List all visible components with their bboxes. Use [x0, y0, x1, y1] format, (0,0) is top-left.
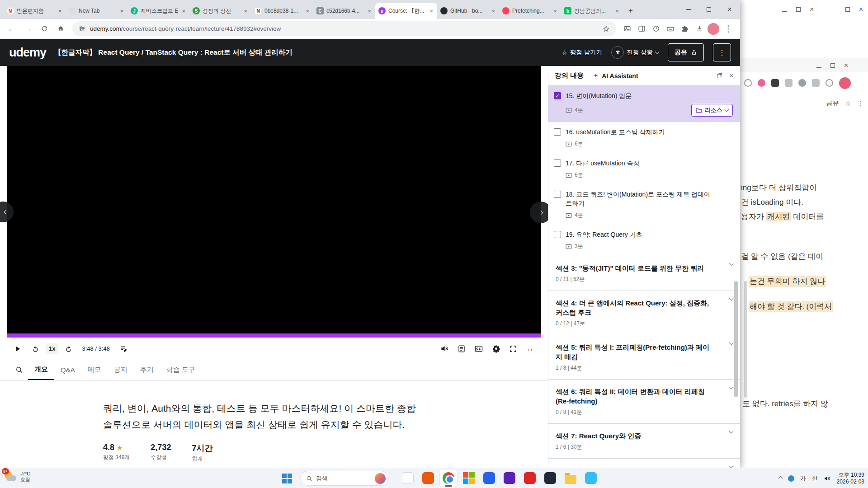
captions-button[interactable] — [471, 341, 487, 357]
back-button[interactable]: ← — [5, 22, 19, 36]
taskbar-clock[interactable]: 오후 10:39 2026-02-03 — [837, 472, 864, 485]
tab-close-icon[interactable]: × — [552, 8, 558, 14]
bgw2-minimize-button[interactable] — [816, 61, 821, 70]
add-note-button[interactable] — [115, 341, 132, 357]
bgw1-close-button[interactable]: × — [810, 6, 814, 13]
lecture-checkbox[interactable] — [554, 128, 561, 136]
tab-doc1[interactable]: N 0be8de38-1... × — [251, 3, 313, 19]
tab-close-icon[interactable]: × — [429, 8, 434, 14]
tab-close-icon[interactable]: × — [614, 8, 620, 14]
lecture-item-17[interactable]: 17. 다른 useMutation 속성 6분 — [548, 153, 740, 184]
rate-course-button[interactable]: ☆ 평점 남기기 — [562, 48, 602, 56]
close-button[interactable]: × — [719, 0, 740, 19]
taskbar-search[interactable]: 검색 — [300, 471, 389, 486]
tab-close-icon[interactable]: × — [119, 8, 124, 14]
lecture-checkbox[interactable] — [554, 191, 561, 198]
app-microsoft-colorful[interactable] — [460, 469, 478, 487]
bgw-star-icon[interactable]: ☆ — [845, 100, 851, 107]
tab-newtab[interactable]: New Tab × — [66, 3, 127, 19]
tab-close-icon[interactable]: × — [57, 8, 62, 14]
settings-icon[interactable] — [826, 79, 833, 87]
bgw0-close-button[interactable]: × — [859, 6, 863, 13]
start-button[interactable] — [278, 470, 296, 487]
forward-button[interactable]: → — [21, 22, 35, 36]
fullscreen-button[interactable] — [505, 341, 521, 357]
tab-close-icon[interactable]: × — [181, 8, 186, 14]
lecture-item-16[interactable]: 16. useMutation로 포스팅 삭제하기 6분 — [548, 122, 740, 153]
app-folder[interactable] — [561, 469, 580, 487]
tab-learning-tools[interactable]: 학습 도구 — [160, 360, 202, 380]
tab-close-icon[interactable]: × — [491, 8, 496, 14]
tray-app-icon[interactable] — [788, 475, 794, 482]
tab-prefetching[interactable]: Prefetching... × — [499, 3, 561, 19]
app-chrome-active[interactable] — [439, 469, 458, 487]
expanded-view-button[interactable]: ↔ — [522, 341, 538, 357]
screenshot-extension-icon[interactable] — [621, 23, 633, 35]
transcript-button[interactable] — [453, 341, 470, 357]
lecture-item-15[interactable]: ✓ 15. 변이(Mutation) 입문 4분 리소스 — [548, 86, 740, 122]
bookmark-star-icon[interactable] — [603, 25, 610, 33]
tab-blog[interactable]: b 강남콩님의... × — [561, 3, 623, 19]
browser-menu-icon[interactable]: ⋮ — [721, 22, 736, 36]
clock-extension-icon[interactable] — [650, 23, 662, 35]
tab-overview[interactable]: 개요 — [28, 360, 54, 380]
close-sidebar-icon[interactable]: × — [729, 71, 734, 80]
bgw-share-button[interactable]: 공유 — [826, 99, 839, 108]
emoji-icon[interactable] — [744, 79, 752, 87]
ai-assistant-tab[interactable]: AI Assistant — [593, 72, 638, 80]
section-header-7[interactable]: 섹션 7: React Query와 인증 1 / 6 | 30분 — [548, 423, 740, 458]
ime-mode-indicator[interactable]: 한 — [812, 474, 818, 483]
section-header-4[interactable]: 섹션 4: 더 큰 앱에서의 React Query: 설정, 집중화, 커스텀… — [548, 291, 740, 335]
tab-notes[interactable]: 메모 — [81, 360, 108, 380]
tab-github[interactable]: GitHub - bo... × — [437, 3, 499, 19]
section-header-8[interactable]: 섹션 8: 변이(Mutation): React Query로 서버 데이터 … — [548, 458, 740, 468]
app-light-blue[interactable] — [582, 469, 600, 487]
bgw2-maximize-button[interactable] — [830, 61, 835, 70]
search-highlight-image[interactable] — [375, 473, 386, 484]
search-icon[interactable] — [10, 360, 28, 380]
tray-expand-icon[interactable] — [778, 476, 783, 481]
app-blue[interactable] — [480, 469, 498, 487]
profile-icon[interactable] — [798, 79, 806, 87]
download-icon[interactable] — [812, 79, 820, 87]
settings-gear-icon[interactable] — [488, 341, 504, 357]
share-button[interactable]: 공유 — [668, 43, 704, 61]
lecture-item-19[interactable]: 19. 요약: React Query 기초 3분 — [548, 225, 740, 256]
forward-button-5s[interactable] — [60, 341, 76, 357]
lecture-item-18[interactable]: 18. 코드 퀴즈! 변이(Mutation)로 포스팅 제목 업데이트하기 4… — [548, 184, 740, 225]
extensions-puzzle-icon[interactable] — [679, 23, 691, 35]
bgw2-close-button[interactable]: × — [844, 62, 848, 69]
video-progress-bar[interactable] — [7, 333, 541, 338]
app-dark[interactable] — [541, 469, 559, 487]
bgw0-maximize-button[interactable] — [845, 5, 850, 14]
app-red[interactable] — [521, 469, 539, 487]
tab-course-active[interactable]: u Course: 【한... × — [375, 3, 437, 19]
bgw1-minimize-button[interactable] — [782, 5, 787, 14]
tab-announcements[interactable]: 공지 — [108, 360, 134, 380]
app-purple[interactable] — [500, 469, 519, 487]
tab-doc2[interactable]: C c52d166b-4... × — [313, 3, 375, 19]
lecture-checkbox[interactable] — [554, 231, 561, 238]
section-header-3[interactable]: 섹션 3: "동적(JIT)" 데이터 로드를 위한 무한 쿼리 0 / 11 … — [548, 256, 740, 291]
volume-icon[interactable] — [824, 475, 831, 482]
progress-dropdown[interactable]: 진행 상황 — [611, 46, 659, 59]
tab-close-icon[interactable]: × — [367, 8, 372, 14]
lecture-checkbox-checked[interactable]: ✓ — [554, 92, 561, 99]
play-button[interactable] — [9, 341, 26, 357]
course-options-menu[interactable]: ⋮ — [713, 43, 731, 61]
tab-reviews[interactable]: 후기 — [134, 360, 160, 380]
weather-widget[interactable]: 9+ -2°C 흐림 — [4, 470, 30, 483]
rewind-button[interactable] — [28, 341, 44, 357]
tab-javascript[interactable]: J 자바스크립트 E × — [127, 3, 189, 19]
keyboard-icon[interactable] — [771, 79, 779, 87]
sidebar-scrollbar[interactable] — [734, 281, 738, 397]
home-button[interactable] — [53, 22, 68, 36]
ime-korean-indicator[interactable]: 가 — [800, 474, 806, 483]
resource-dropdown-button[interactable]: 리소스 — [691, 104, 733, 117]
flower-icon[interactable] — [758, 79, 765, 87]
keyboard-extension-icon[interactable] — [664, 23, 677, 35]
new-tab-button[interactable]: + — [625, 5, 637, 17]
tab-close-icon[interactable]: × — [305, 8, 310, 14]
volume-muted-icon[interactable] — [436, 341, 453, 357]
extensions-icon[interactable] — [785, 79, 793, 87]
